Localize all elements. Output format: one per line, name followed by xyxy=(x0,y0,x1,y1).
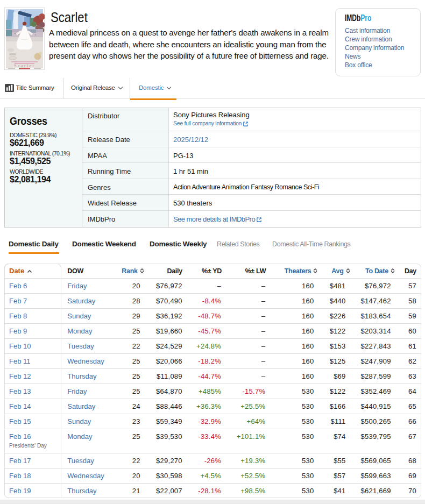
svg-text:Scarlet: Scarlet xyxy=(14,63,35,68)
